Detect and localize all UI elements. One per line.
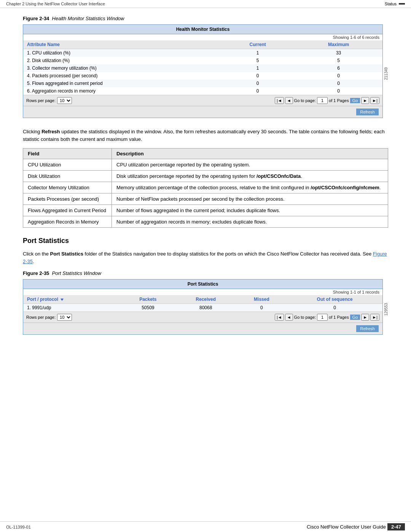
last-page-btn[interactable]: ►| [370,97,379,104]
top-bar-right: Status [385,2,405,6]
port-table-header-row: Port / protocol Packets Received Missed … [23,295,382,304]
attr-name: 5. Flows aggregated in current period [23,80,221,87]
attr-current: 0 [221,72,295,80]
rows-per-page-group: Rows per page: 10 25 50 [26,97,72,104]
attr-current: 1 [221,49,295,57]
table-row: 3. Collector memory utilization (%) 1 6 [23,64,382,72]
port-goto-label: Go to page: [294,315,316,320]
pagination-group: |◄ ◄ Go to page: of 1 Pages Go ► ►| [275,97,379,104]
health-monitor-showing: Showing 1-6 of 6 records [23,34,382,40]
health-monitor-container: Health Monitor Statistics Showing 1-6 of… [23,24,383,118]
table-row: 1. 9991/udp 50509 80068 0 0 [23,304,382,312]
figure35-wrapper: Port Statistics Showing 1-1 of 1 records… [23,279,388,339]
desc-description: Number of NetFlow packets processed per … [112,193,388,205]
port-out-of-sequence: 0 [287,304,382,312]
port-stats-table: Port / protocol Packets Received Missed … [23,295,382,312]
attr-name: 4. Packets processed (per second) [23,72,221,80]
page-footer: OL-11399-01 Cisco NetFlow Collector User… [0,521,411,532]
attr-current: 1 [221,64,295,72]
port-statistics-title: Port Statistics [23,237,388,245]
go-btn[interactable]: Go [350,98,360,103]
status-label: Status [385,2,397,6]
port-of-pages: of 1 Pages [329,315,349,320]
port-statistics-section: Port Statistics Click on the Port Statis… [23,237,388,339]
port-stats-container: Port Statistics Showing 1-1 of 1 records… [23,279,383,335]
attr-current: 5 [221,57,295,64]
port-first-page-btn[interactable]: |◄ [275,314,284,321]
chapter-label: Chapter 2 Using the NetFlow Collector Us… [6,2,105,6]
goto-input[interactable] [317,97,328,104]
desc-description: Number of aggregation records in memory;… [112,216,388,228]
figure35-side-label: 129553 [384,279,388,339]
list-item: CPU Utilization CPU utilization percenta… [23,159,388,171]
col-packets: Packets [121,295,175,304]
next-page-btn[interactable]: ► [361,97,369,104]
table-row: 5. Flows aggregated in current period 0 … [23,80,382,87]
port-statistics-body: Click on the Port Statistics folder of t… [23,250,388,265]
figure34-wrapper: Health Monitor Statistics Showing 1-6 of… [23,24,388,123]
col-out-of-sequence: Out of sequence [287,295,382,304]
main-content: Figure 2-34 Health Monitor Statistics Wi… [0,8,411,347]
port-go-btn[interactable]: Go [350,315,360,320]
desc-field: Collector Memory Utilization [23,182,112,193]
port-next-page-btn[interactable]: ► [361,314,369,321]
port-refresh-button[interactable]: Refresh [356,325,379,332]
col-current: Current [221,40,295,49]
port-last-page-btn[interactable]: ►| [370,314,379,321]
body-paragraph: Clicking Refresh updates the statistics … [23,128,388,143]
table-row: 4. Packets processed (per second) 0 0 [23,72,382,80]
of-pages: of 1 Pages [329,98,349,103]
figure35-title: Port Statistics Window [52,270,101,276]
port-rows-per-page-select[interactable]: 10 25 50 [57,314,72,321]
port-prev-page-btn[interactable]: ◄ [285,314,293,321]
desc-field: Packets Processes (per second) [23,193,112,205]
health-monitor-table: Attribute Name Current Maximum 1. CPU ut… [23,40,382,95]
refresh-button[interactable]: Refresh [356,109,379,115]
col-received: Received [175,295,236,304]
desc-field: Flows Aggregated in Current Period [23,205,112,216]
prev-page-btn[interactable]: ◄ [285,97,293,104]
figure34-title: Health Monitor Statistics Window [52,16,124,21]
port-goto-input[interactable] [317,314,328,321]
col-port-protocol: Port / protocol [23,295,121,304]
figure34-side-label: 211349 [384,24,388,123]
port-pagination-group: |◄ ◄ Go to page: of 1 Pages Go ► ►| [275,314,379,321]
rows-per-page-select[interactable]: 10 25 50 [57,97,72,104]
status-box [399,3,405,5]
port-stats-showing: Showing 1-1 of 1 records [23,289,382,295]
rows-per-page-label: Rows per page: [26,98,56,103]
attr-maximum: 0 [295,72,382,80]
list-item: Packets Processes (per second) Number of… [23,193,388,205]
attr-current: 0 [221,87,295,95]
footer-guide-text: Cisco NetFlow Collector User Guide [307,524,386,530]
desc-field: Aggregation Records in Memory [23,216,112,228]
port-refresh-row: Refresh [23,323,382,334]
goto-label: Go to page: [294,98,316,103]
col-attribute: Attribute Name [23,40,221,49]
port-rows-per-page-group: Rows per page: 10 25 50 [26,314,72,321]
description-table: Field Description CPU Utilization CPU ut… [23,148,388,228]
desc-col-description: Description [112,149,388,159]
table-row: 1. CPU utilization (%) 1 33 [23,49,382,57]
refresh-row: Refresh [23,106,382,118]
figure35-caption: Figure 2-35 Port Statistics Window [23,270,388,276]
desc-description: Disk utilization percentage reported by … [112,171,388,182]
attr-maximum: 5 [295,57,382,64]
desc-field: CPU Utilization [23,159,112,171]
port-missed: 0 [236,304,287,312]
footer-right: Cisco NetFlow Collector User Guide 2-47 [307,523,405,530]
table-header-row: Attribute Name Current Maximum [23,40,382,49]
sort-icon [61,299,64,301]
list-item: Collector Memory Utilization Memory util… [23,182,388,193]
list-item: Flows Aggregated in Current Period Numbe… [23,205,388,216]
figure34-label: Figure 2-34 [23,16,49,21]
top-bar: Chapter 2 Using the NetFlow Collector Us… [0,0,411,8]
list-item: Aggregation Records in Memory Number of … [23,216,388,228]
table-footer: Rows per page: 10 25 50 |◄ ◄ Go to page:… [23,95,382,106]
list-item: Disk Utilization Disk utilization percen… [23,171,388,182]
port-name: 1. 9991/udp [23,304,121,312]
first-page-btn[interactable]: |◄ [275,97,284,104]
attr-maximum: 0 [295,87,382,95]
col-maximum: Maximum [295,40,382,49]
health-monitor-title: Health Monitor Statistics [23,25,382,34]
